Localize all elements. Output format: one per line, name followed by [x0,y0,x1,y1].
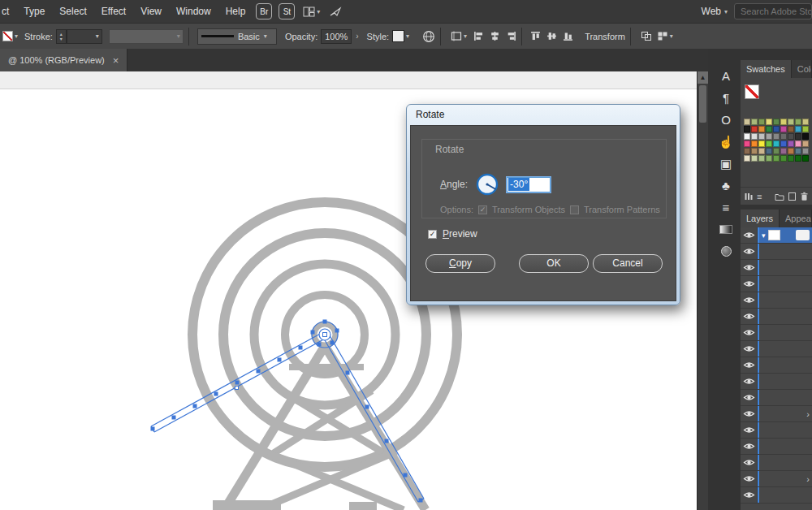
align-top-icon[interactable] [530,31,541,41]
color-swatch[interactable] [795,140,801,147]
color-swatch[interactable] [766,155,772,162]
share-icon[interactable] [330,6,343,17]
layer-content[interactable] [758,374,812,389]
menu-item-help[interactable]: Help [218,0,253,23]
color-swatch[interactable] [780,126,787,132]
menu-item-select[interactable]: Select [52,0,93,23]
document-tab[interactable]: @ 100% (RGB/Preview) × [0,49,127,71]
layer-content[interactable] [758,390,812,405]
arrange-documents-icon[interactable]: ▾ [303,6,320,17]
layer-content[interactable] [758,244,812,259]
symbols-panel-icon[interactable]: ♣ [713,175,739,197]
gradient-panel-icon[interactable] [713,218,739,240]
layer-row[interactable] [741,374,812,390]
scroll-up-icon[interactable]: ▲ [698,71,708,84]
layer-content[interactable] [758,487,812,503]
color-swatch[interactable] [744,119,750,125]
search-input[interactable] [741,6,812,16]
layer-row[interactable]: › [741,406,812,422]
angle-input[interactable]: -30° [507,177,551,192]
menu-item-window[interactable]: Window [169,0,218,23]
layer-row[interactable] [741,325,812,341]
layer-row[interactable] [741,422,812,439]
visibility-eye-icon[interactable] [741,390,758,405]
color-swatch[interactable] [780,155,787,162]
color-swatch[interactable] [766,119,772,125]
color-swatch[interactable] [751,133,758,140]
color-swatch[interactable] [744,140,750,147]
color-swatch[interactable] [795,133,801,140]
layer-row[interactable] [741,357,812,374]
visibility-eye-icon[interactable] [741,227,758,243]
graphic-style-swatch[interactable] [392,30,404,42]
color-swatch[interactable] [744,148,750,154]
color-swatch[interactable] [766,140,772,147]
color-swatch[interactable] [744,133,750,140]
color-swatch[interactable] [788,155,794,162]
character-panel-icon[interactable]: A [713,65,739,87]
angle-dial[interactable] [475,172,499,197]
swatch-kinds-icon[interactable]: ≡ [757,192,762,201]
color-swatch[interactable] [758,140,765,147]
variable-width-dropdown[interactable]: ▾ [109,29,184,44]
hand-panel-icon[interactable]: ☝ [713,131,739,153]
menu-item-effect[interactable]: Effect [94,0,133,23]
color-swatch[interactable] [766,126,772,132]
color-swatch[interactable] [788,148,794,154]
color-swatch[interactable] [751,148,758,154]
color-swatch[interactable] [795,155,801,162]
color-swatch[interactable] [773,119,780,125]
color-swatch[interactable] [802,148,809,154]
layer-row[interactable] [741,292,812,309]
color-swatch[interactable] [751,119,758,125]
visibility-eye-icon[interactable] [741,292,758,308]
brush-definition-dropdown[interactable]: Basic ▾ [197,28,277,45]
color-swatch[interactable] [773,140,780,147]
color-swatch[interactable] [788,119,794,125]
color-swatch[interactable] [744,155,750,162]
chevron-down-icon[interactable]: ▾ [15,32,18,40]
visibility-eye-icon[interactable] [741,357,758,373]
layer-row[interactable] [741,439,812,455]
transform-patterns-checkbox[interactable] [570,205,579,214]
delete-swatch-icon[interactable] [800,192,809,201]
chevron-right-icon[interactable]: › [806,409,810,419]
swatch-libraries-icon[interactable] [744,192,754,201]
color-swatch[interactable] [780,119,787,125]
tab-swatches[interactable]: Swatches [741,60,791,78]
layer-row[interactable] [741,260,812,276]
align-bottom-icon[interactable] [563,31,573,41]
tab-appearance[interactable]: Appeara [780,210,811,227]
layer-content[interactable] [758,439,812,454]
layer-row[interactable] [741,244,812,260]
chevron-down-icon[interactable]: ▾ [406,32,409,40]
stroke-weight-dropdown[interactable]: ▾ [67,29,102,44]
menu-panel-icon[interactable]: ≡ [713,197,739,218]
menu-item-object[interactable]: ct [0,0,16,23]
visibility-eye-icon[interactable] [741,422,758,438]
layer-row[interactable] [741,309,812,325]
color-swatch[interactable] [802,155,809,162]
color-swatch[interactable] [758,133,765,140]
layer-row[interactable] [741,341,812,357]
align-center-icon[interactable] [490,31,500,41]
color-swatch[interactable] [751,155,758,162]
color-swatch[interactable] [802,140,809,147]
visibility-eye-icon[interactable] [741,244,758,259]
opacity-value[interactable]: 100% [321,29,352,44]
visibility-eye-icon[interactable] [741,309,758,324]
layer-content[interactable] [758,341,812,357]
layer-content[interactable] [758,357,812,373]
color-swatch[interactable] [780,133,787,140]
visibility-eye-icon[interactable] [741,455,758,470]
layer-row[interactable]: ▾ [741,227,812,244]
color-swatch[interactable] [758,148,765,154]
chevron-right-icon[interactable]: › [356,32,358,41]
layer-content[interactable] [758,276,812,292]
copy-button[interactable]: Copy [425,254,495,273]
color-swatch[interactable] [795,126,801,132]
color-swatch[interactable] [773,126,780,132]
visibility-eye-icon[interactable] [741,260,758,275]
layer-row[interactable]: › [741,471,812,487]
color-swatch[interactable] [751,140,758,147]
